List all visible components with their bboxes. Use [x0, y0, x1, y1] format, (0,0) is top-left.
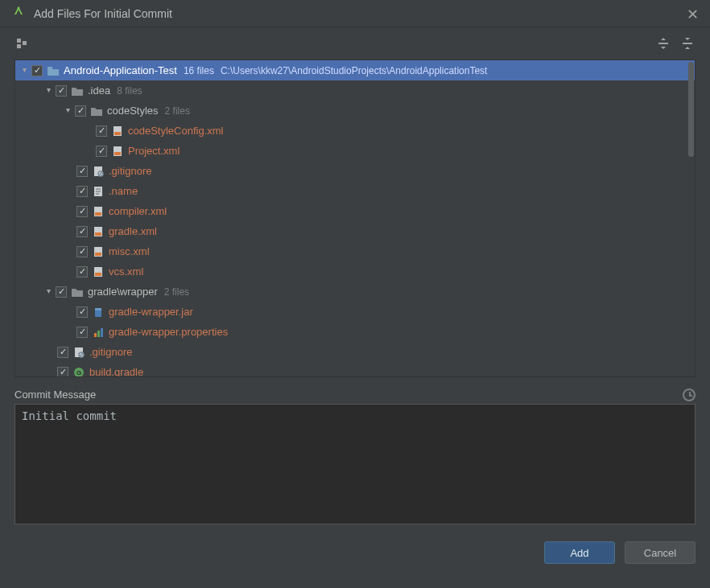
gradle-file-icon: G	[72, 367, 86, 378]
file-label: gradle-wrapper.jar	[109, 306, 193, 318]
tree-file[interactable]: misc.xml	[15, 241, 695, 261]
file-label: .gitignore	[89, 346, 132, 358]
file-label: Project.xml	[128, 145, 180, 157]
root-name: Android-Application-Test	[64, 64, 177, 76]
checkbox[interactable]	[76, 246, 88, 257]
project-folder-icon	[46, 65, 60, 76]
file-label: build.gradle	[89, 366, 143, 377]
file-label: misc.xml	[109, 245, 150, 257]
checkbox[interactable]	[75, 105, 86, 117]
tree-folder-idea[interactable]: ▾ .idea 8 files	[15, 80, 695, 101]
file-label: codeStyleConfig.xml	[128, 125, 224, 137]
xml-file-icon	[91, 206, 105, 217]
checkbox[interactable]	[76, 186, 88, 197]
tree-file[interactable]: codeStyleConfig.xml	[15, 121, 695, 141]
svg-rect-6	[47, 67, 52, 68]
checkbox[interactable]	[57, 367, 68, 378]
android-studio-icon	[11, 5, 26, 22]
tree-file[interactable]: vcs.xml	[15, 261, 695, 282]
file-label: gradle-wrapper.properties	[109, 326, 228, 338]
root-path: C:\Users\kkw27\AndroidStudioProjects\And…	[221, 65, 488, 76]
tree-file[interactable]: G build.gradle	[15, 362, 695, 377]
tree-file[interactable]: .gitignore	[15, 161, 695, 181]
xml-file-icon	[91, 226, 105, 237]
checkbox[interactable]	[96, 146, 107, 157]
chevron-down-icon[interactable]: ▾	[19, 65, 30, 74]
svg-rect-3	[23, 41, 27, 45]
svg-rect-5	[683, 43, 692, 44]
svg-rect-19	[95, 212, 101, 216]
checkbox[interactable]	[76, 327, 88, 338]
expand-all-icon[interactable]	[655, 35, 671, 51]
scrollbar[interactable]	[687, 62, 695, 377]
commit-message-header: Commit Message	[14, 389, 696, 401]
chevron-down-icon[interactable]: ▾	[43, 85, 54, 94]
svg-rect-23	[95, 253, 101, 256]
folder-count: 2 files	[164, 286, 189, 298]
checkbox[interactable]	[76, 226, 88, 237]
file-label: .name	[109, 185, 138, 197]
xml-file-icon	[110, 146, 125, 157]
xml-file-icon	[91, 246, 105, 257]
checkbox[interactable]	[76, 306, 88, 318]
folder-label: gradle\wrapper	[88, 286, 158, 298]
tree-folder-codestyles[interactable]: ▾ codeStyles 2 files	[15, 101, 695, 121]
scrollbar-thumb[interactable]	[688, 62, 694, 157]
add-button[interactable]: Add	[544, 541, 615, 564]
tree-file[interactable]: gradle-wrapper.properties	[15, 322, 695, 342]
checkbox[interactable]	[96, 125, 107, 137]
folder-label: .idea	[88, 84, 110, 97]
tree-file[interactable]: .name	[15, 181, 695, 201]
chevron-down-icon[interactable]: ▾	[43, 286, 54, 295]
tree-file[interactable]: compiler.xml	[15, 201, 695, 221]
file-label: vcs.xml	[109, 265, 143, 278]
window-title: Add Files For Initial Commit	[34, 7, 172, 20]
tree-file[interactable]: gradle-wrapper.jar	[15, 302, 695, 322]
tree-folder-gradle-wrapper[interactable]: ▾ gradle\wrapper 2 files	[15, 282, 695, 302]
xml-file-icon	[91, 266, 105, 278]
tree-file[interactable]: gradle.xml	[15, 221, 695, 241]
properties-file-icon	[91, 327, 105, 338]
svg-rect-2	[17, 44, 21, 48]
file-label: .gitignore	[109, 165, 151, 177]
file-tree: ▾ Android-Application-Test 16 files C:\U…	[14, 60, 696, 377]
tree-file[interactable]: Project.xml	[15, 141, 695, 161]
svg-rect-4	[658, 43, 668, 44]
close-icon[interactable]: ✕	[683, 5, 702, 24]
svg-rect-1	[17, 39, 21, 43]
root-count: 16 files	[184, 65, 214, 76]
checkbox[interactable]	[76, 266, 88, 278]
svg-rect-30	[101, 328, 103, 337]
history-icon[interactable]	[683, 389, 696, 401]
checkbox[interactable]	[76, 206, 88, 217]
changelist-icon[interactable]	[14, 35, 31, 51]
gitignore-file-icon	[72, 347, 86, 358]
checkbox[interactable]	[56, 85, 67, 97]
titlebar: Add Files For Initial Commit ✕	[0, 0, 710, 27]
folder-icon	[89, 105, 104, 117]
collapse-all-icon[interactable]	[679, 35, 696, 51]
chevron-down-icon[interactable]: ▾	[62, 105, 73, 114]
checkbox[interactable]	[57, 347, 68, 358]
tree-root-row[interactable]: ▾ Android-Application-Test 16 files C:\U…	[15, 60, 695, 80]
folder-count: 8 files	[117, 85, 142, 97]
checkbox[interactable]	[31, 65, 43, 76]
cancel-button[interactable]: Cancel	[625, 541, 696, 564]
checkbox[interactable]	[76, 166, 88, 177]
tree-file[interactable]: .gitignore	[15, 342, 695, 362]
text-file-icon	[91, 186, 105, 197]
toolbar	[0, 27, 710, 60]
svg-rect-21	[95, 232, 101, 236]
jar-file-icon	[91, 306, 105, 318]
file-label: compiler.xml	[109, 205, 167, 217]
svg-rect-8	[114, 132, 121, 135]
commit-message-input[interactable]	[14, 404, 696, 524]
checkbox[interactable]	[56, 286, 67, 298]
svg-rect-25	[95, 273, 101, 276]
xml-file-icon	[110, 125, 125, 137]
svg-point-0	[18, 7, 20, 10]
folder-count: 2 files	[165, 105, 190, 117]
svg-rect-27	[95, 308, 101, 310]
dialog-buttons: Add Cancel	[0, 527, 710, 564]
svg-rect-10	[114, 152, 121, 155]
